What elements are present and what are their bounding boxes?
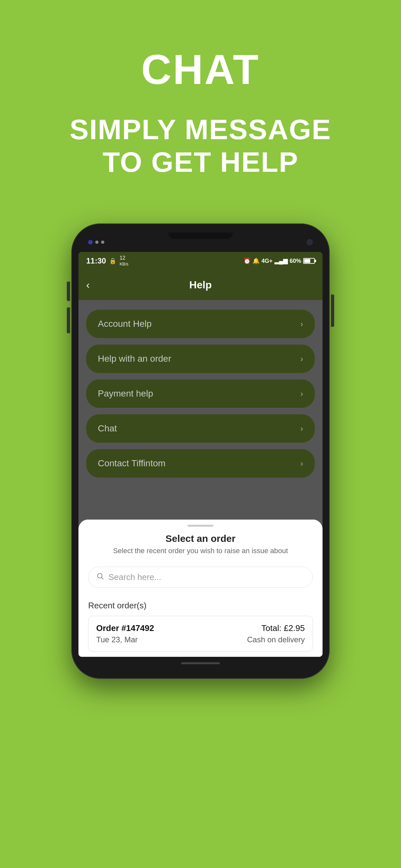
menu-item-help-order[interactable]: Help with an order › bbox=[86, 345, 315, 373]
battery-percent: 60% bbox=[289, 258, 301, 265]
phone-top-bar bbox=[79, 232, 322, 252]
order-card[interactable]: Order #147492 Tue 23, Mar Total: £2.95 C… bbox=[88, 616, 313, 652]
camera-dot-1 bbox=[88, 240, 93, 244]
volume-down-button bbox=[67, 307, 70, 333]
order-payment: Cash on delivery bbox=[247, 635, 305, 644]
app-header: ‹ Help bbox=[79, 270, 322, 300]
status-bar: 11:30 🔒 12 KB/s ⏰ 🔔 4G+ ▂▄▆ 60% bbox=[79, 252, 322, 270]
menu-area: Account Help › Help with an order › Paym… bbox=[79, 300, 322, 487]
hero-subtitle: SIMPLY MESSAGE TO GET HELP bbox=[70, 113, 331, 178]
menu-item-label: Payment help bbox=[98, 389, 153, 399]
chevron-right-icon: › bbox=[300, 424, 303, 434]
alarm-icon: ⏰ bbox=[243, 257, 251, 265]
camera-dot-2 bbox=[95, 241, 98, 244]
phone-bottom-bar bbox=[79, 657, 322, 670]
drawer-title: Select an order bbox=[88, 533, 313, 544]
kb-indicator: 12 KB/s bbox=[120, 255, 128, 267]
order-left: Order #147492 Tue 23, Mar bbox=[96, 623, 154, 644]
chevron-right-icon: › bbox=[300, 319, 303, 329]
storage-icon: 🔒 bbox=[109, 257, 116, 265]
drawer-subtitle: Select the recent order you wish to rais… bbox=[88, 547, 313, 555]
search-bar-wrapper: Search here... bbox=[79, 562, 322, 595]
spacer bbox=[79, 487, 322, 520]
order-total: Total: £2.95 bbox=[247, 623, 305, 633]
search-input-container[interactable]: Search here... bbox=[88, 567, 313, 588]
front-camera bbox=[306, 239, 313, 245]
hero-title: CHAT bbox=[141, 45, 259, 94]
hero-section: CHAT SIMPLY MESSAGE TO GET HELP bbox=[0, 0, 401, 204]
recent-orders-label: Recent order(s) bbox=[88, 600, 313, 611]
recent-orders-section: Recent order(s) Order #147492 Tue 23, Ma… bbox=[79, 595, 322, 657]
bottom-drawer: Select an order Select the recent order … bbox=[79, 520, 322, 657]
menu-item-contact[interactable]: Contact Tiffintom › bbox=[86, 449, 315, 477]
phone-mockup: 11:30 🔒 12 KB/s ⏰ 🔔 4G+ ▂▄▆ 60% bbox=[71, 223, 330, 679]
volume-up-button bbox=[67, 282, 70, 301]
chevron-right-icon: › bbox=[300, 459, 303, 469]
status-right: ⏰ 🔔 4G+ ▂▄▆ 60% bbox=[243, 257, 315, 265]
chevron-right-icon: › bbox=[300, 389, 303, 399]
menu-item-payment-help[interactable]: Payment help › bbox=[86, 379, 315, 408]
menu-item-chat[interactable]: Chat › bbox=[86, 414, 315, 443]
camera-dot-3 bbox=[101, 241, 104, 244]
back-button[interactable]: ‹ bbox=[86, 279, 90, 291]
drawer-handle-bar bbox=[188, 525, 213, 527]
phone-body: 11:30 🔒 12 KB/s ⏰ 🔔 4G+ ▂▄▆ 60% bbox=[71, 223, 330, 679]
phone-screen: 11:30 🔒 12 KB/s ⏰ 🔔 4G+ ▂▄▆ 60% bbox=[79, 252, 322, 657]
camera-dots bbox=[88, 240, 104, 244]
chevron-right-icon: › bbox=[300, 354, 303, 364]
signal-bars: ▂▄▆ bbox=[274, 257, 288, 265]
home-indicator bbox=[181, 662, 220, 664]
header-title: Help bbox=[189, 279, 212, 291]
search-icon bbox=[96, 572, 104, 582]
order-number: Order #147492 bbox=[96, 623, 154, 633]
phone-notch bbox=[168, 232, 233, 239]
network-text: 4G+ bbox=[261, 258, 273, 265]
menu-item-account-help[interactable]: Account Help › bbox=[86, 310, 315, 338]
svg-point-0 bbox=[97, 574, 102, 578]
menu-item-label: Contact Tiffintom bbox=[98, 458, 166, 469]
order-date: Tue 23, Mar bbox=[96, 635, 154, 644]
power-button bbox=[331, 294, 334, 327]
drawer-handle bbox=[79, 520, 322, 530]
status-time: 11:30 🔒 12 KB/s bbox=[86, 255, 128, 267]
menu-item-label: Account Help bbox=[98, 319, 152, 329]
order-right: Total: £2.95 Cash on delivery bbox=[247, 623, 305, 644]
svg-line-1 bbox=[102, 578, 104, 580]
volume-icon: 🔔 bbox=[252, 257, 259, 265]
menu-item-label: Chat bbox=[98, 423, 117, 434]
drawer-header: Select an order Select the recent order … bbox=[79, 530, 322, 562]
menu-item-label: Help with an order bbox=[98, 353, 171, 364]
search-placeholder-text: Search here... bbox=[109, 572, 161, 582]
battery-icon bbox=[303, 258, 315, 264]
